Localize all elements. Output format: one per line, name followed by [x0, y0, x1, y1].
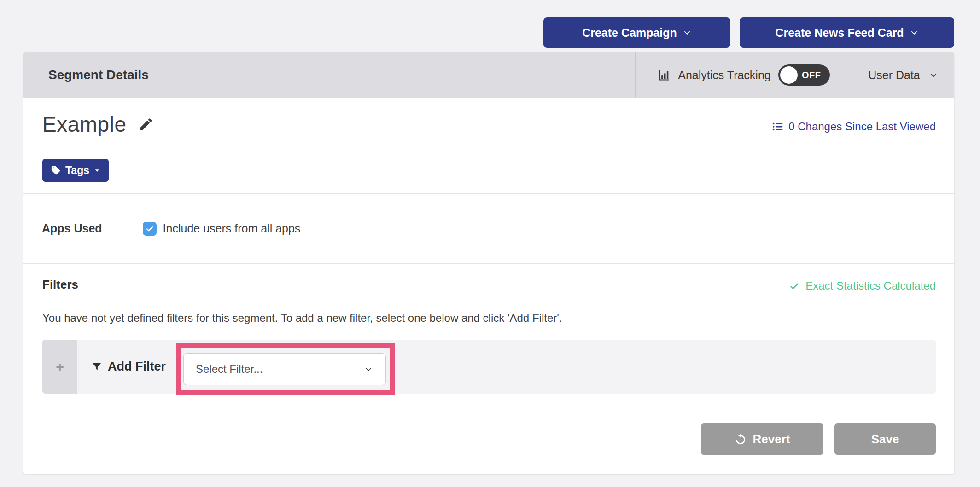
- save-label: Save: [871, 432, 899, 446]
- toggle-state-label: OFF: [798, 70, 825, 81]
- changes-since-last-viewed-link[interactable]: 0 Changes Since Last Viewed: [772, 120, 936, 133]
- filters-heading: Filters: [42, 278, 78, 292]
- exact-statistics-status: Exact Statistics Calculated: [789, 279, 936, 292]
- page-title: Segment Details: [23, 52, 635, 98]
- create-campaign-button[interactable]: Create Campaign: [543, 17, 730, 48]
- tags-label: Tags: [65, 164, 89, 177]
- caret-down-icon: [94, 167, 100, 174]
- plus-icon: +: [56, 359, 64, 375]
- include-all-apps-checkbox[interactable]: [143, 222, 157, 236]
- apps-used-label: Apps Used: [42, 222, 102, 235]
- tags-button[interactable]: Tags: [42, 159, 109, 182]
- select-filter-dropdown[interactable]: Select Filter...: [183, 353, 386, 385]
- analytics-tracking-toggle[interactable]: OFF: [778, 64, 830, 86]
- toggle-knob: [780, 66, 798, 84]
- add-filter-label: Add Filter: [108, 359, 166, 374]
- chevron-down-icon: [928, 70, 939, 80]
- segment-title-section: Example Tags: [23, 98, 954, 194]
- user-data-dropdown[interactable]: User Data: [852, 52, 954, 98]
- changes-link-label: 0 Changes Since Last Viewed: [788, 120, 936, 133]
- chevron-down-icon: [682, 28, 692, 37]
- create-campaign-label: Create Campaign: [582, 26, 677, 40]
- include-all-apps-label: Include users from all apps: [163, 222, 301, 235]
- filters-section: Filters Exact Statistics Calculated You …: [23, 264, 954, 412]
- filters-description: You have not yet defined filters for thi…: [42, 312, 562, 325]
- segment-details-card: Segment Details Analytics Tracking OFF: [23, 52, 954, 474]
- select-filter-placeholder: Select Filter...: [196, 363, 262, 376]
- segment-name-row: Example: [42, 112, 154, 137]
- funnel-icon: [91, 361, 102, 372]
- user-data-label: User Data: [868, 69, 920, 82]
- revert-button[interactable]: Revert: [701, 423, 823, 455]
- bar-chart-icon: [658, 69, 671, 81]
- footer-section: Revert Save: [23, 412, 954, 474]
- pencil-icon[interactable]: [138, 116, 154, 132]
- save-button[interactable]: Save: [834, 423, 936, 455]
- chevron-down-icon: [910, 28, 919, 37]
- analytics-tracking-group: Analytics Tracking OFF: [636, 52, 852, 98]
- revert-label: Revert: [753, 432, 790, 446]
- footer-buttons: Revert Save: [701, 423, 936, 455]
- check-icon: [789, 280, 800, 291]
- add-filter-plus-button[interactable]: +: [42, 340, 77, 394]
- segment-name: Example: [42, 112, 126, 137]
- segment-details-page: Create Campaign Create News Feed Card Se…: [0, 0, 980, 487]
- rotate-ccw-icon: [735, 433, 747, 445]
- top-action-bar: Create Campaign Create News Feed Card: [543, 17, 954, 48]
- create-news-feed-card-label: Create News Feed Card: [775, 26, 904, 40]
- list-icon: [772, 121, 784, 133]
- add-filter-label-group: Add Filter: [91, 340, 166, 394]
- exact-statistics-label: Exact Statistics Calculated: [805, 279, 936, 292]
- create-news-feed-card-button[interactable]: Create News Feed Card: [740, 17, 954, 48]
- include-all-apps-group: Include users from all apps: [143, 222, 301, 236]
- tag-icon: [51, 165, 61, 175]
- card-header: Segment Details Analytics Tracking OFF: [23, 52, 954, 98]
- add-filter-row: + Add Filter: [42, 340, 936, 394]
- chevron-down-icon: [363, 364, 373, 374]
- analytics-tracking-label: Analytics Tracking: [678, 69, 770, 82]
- apps-used-section: Apps Used Include users from all apps: [23, 194, 954, 264]
